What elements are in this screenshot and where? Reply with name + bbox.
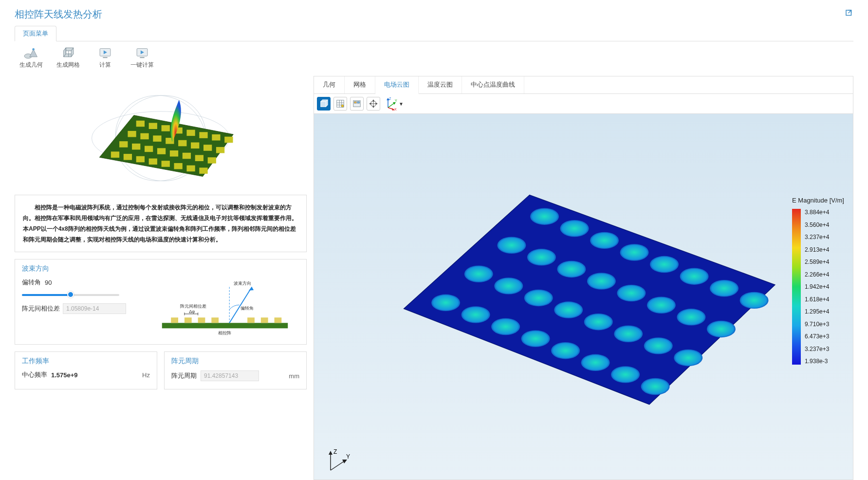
snapshot-button[interactable] <box>350 97 364 111</box>
svg-point-122 <box>677 309 705 325</box>
deflection-angle-value: 90 <box>45 279 52 286</box>
tab-mesh[interactable]: 网格 <box>345 76 375 93</box>
legend-tick: 6.473e+3 <box>805 333 829 340</box>
svg-text:波束方向: 波束方向 <box>234 281 251 286</box>
svg-rect-41 <box>191 143 199 149</box>
svg-text:偏转角: 偏转角 <box>240 306 254 311</box>
svg-rect-59 <box>275 317 282 323</box>
svg-point-126 <box>590 232 619 249</box>
working-frequency-panel: 工作频率 中心频率 1.575e+9 Hz <box>15 351 157 389</box>
tab-geometry[interactable]: 几何 <box>314 76 345 93</box>
panel-title: 波束方向 <box>22 264 299 273</box>
svg-point-103 <box>521 330 550 347</box>
menu-tab[interactable]: 页面菜单 <box>15 26 56 41</box>
compute-button[interactable]: 计算 <box>92 46 119 69</box>
svg-marker-88 <box>369 103 371 105</box>
svg-text:Δφ: Δφ <box>189 309 195 314</box>
legend-tick: 1.938e-3 <box>805 358 829 365</box>
center-freq-value: 1.575e+9 <box>51 371 78 379</box>
svg-point-113 <box>614 326 643 342</box>
svg-line-134 <box>331 461 345 470</box>
svg-marker-2 <box>30 49 37 57</box>
tab-temperature[interactable]: 温度云图 <box>419 76 462 93</box>
pan-button[interactable] <box>367 97 380 111</box>
deflection-angle-slider[interactable] <box>22 292 119 298</box>
svg-point-120 <box>617 285 646 301</box>
svg-point-100 <box>431 295 460 311</box>
svg-point-116 <box>497 237 526 254</box>
legend-tick: 1.942e+4 <box>805 283 829 290</box>
svg-rect-31 <box>157 148 166 154</box>
svg-point-3 <box>32 48 35 51</box>
axis-corner-triad: Z Y <box>324 449 353 476</box>
svg-rect-40 <box>178 140 186 147</box>
svg-rect-38 <box>153 135 161 142</box>
svg-rect-48 <box>186 130 195 136</box>
svg-rect-56 <box>211 317 219 323</box>
svg-rect-44 <box>136 121 145 127</box>
tool-label: 一键计算 <box>130 61 154 69</box>
svg-rect-26 <box>186 166 195 172</box>
viewport-3d[interactable]: E Magnitude [V/m] 3.884e+43.560e+43.237e… <box>314 114 853 480</box>
legend-tick: 9.710e+3 <box>805 321 829 328</box>
svg-rect-22 <box>136 156 145 163</box>
svg-text:相控阵: 相控阵 <box>218 331 231 335</box>
svg-rect-25 <box>174 163 183 169</box>
svg-rect-33 <box>183 153 191 159</box>
tab-center-temp-curve[interactable]: 中心点温度曲线 <box>462 76 524 93</box>
svg-text:X: X <box>394 108 397 111</box>
legend-title: E Magnitude [V/m] <box>792 197 844 204</box>
svg-point-105 <box>581 354 610 371</box>
legend-tick: 3.237e+4 <box>805 234 829 240</box>
element-period-label: 阵元周期 <box>171 371 197 380</box>
svg-point-117 <box>527 249 556 265</box>
generate-mesh-button[interactable]: 生成网格 <box>55 46 82 69</box>
svg-point-106 <box>611 366 640 383</box>
phase-diff-label: 阵元间相位差 <box>22 304 60 313</box>
tab-efield[interactable]: 电场云图 <box>375 76 419 94</box>
phase-diff-input <box>63 303 126 314</box>
svg-rect-23 <box>149 159 157 165</box>
svg-rect-81 <box>354 102 357 104</box>
view-reset-button[interactable] <box>317 97 331 111</box>
svg-point-130 <box>710 280 739 296</box>
svg-rect-52 <box>162 323 288 328</box>
svg-point-108 <box>464 266 493 282</box>
svg-point-114 <box>644 337 673 354</box>
grid-toggle-button[interactable] <box>333 97 347 111</box>
color-legend: E Magnitude [V/m] 3.884e+43.560e+43.237e… <box>792 197 844 365</box>
svg-point-121 <box>647 297 676 314</box>
svg-point-129 <box>680 268 709 284</box>
legend-tick: 3.560e+4 <box>805 222 829 228</box>
element-period-input <box>201 370 259 381</box>
svg-point-107 <box>641 378 670 395</box>
tool-label: 计算 <box>99 61 111 69</box>
legend-tick: 3.237e+3 <box>805 346 829 352</box>
onekey-compute-button[interactable]: 一键计算 <box>129 46 156 69</box>
svg-rect-82 <box>357 102 360 104</box>
svg-point-104 <box>551 342 580 359</box>
legend-ticks: 3.884e+43.560e+43.237e+42.913e+42.589e+4… <box>805 209 829 365</box>
svg-marker-99 <box>404 195 776 405</box>
description-text: 相控阵是一种电磁波阵列系统，通过控制每个发射或接收阵元的相位，可以调整和控制发射… <box>23 202 298 245</box>
chevron-down-icon[interactable]: ▼ <box>399 101 404 107</box>
legend-tick: 3.884e+4 <box>805 209 829 216</box>
panel-title: 阵元周期 <box>171 357 299 366</box>
axis-triad-selector[interactable]: Z Y X ▼ <box>383 97 404 111</box>
element-period-unit: mm <box>289 372 299 380</box>
svg-point-115 <box>674 350 702 366</box>
svg-point-127 <box>620 244 649 260</box>
svg-rect-27 <box>199 167 207 174</box>
svg-rect-24 <box>162 161 170 167</box>
tool-label: 生成几何 <box>19 61 43 69</box>
generate-geometry-button[interactable]: 生成几何 <box>18 46 45 69</box>
legend-tick: 1.618e+4 <box>805 296 829 303</box>
svg-rect-46 <box>162 125 170 131</box>
svg-point-128 <box>650 256 679 273</box>
open-external-icon[interactable] <box>845 9 853 20</box>
legend-tick: 1.295e+4 <box>805 308 829 315</box>
svg-marker-135 <box>342 460 347 463</box>
svg-rect-37 <box>140 133 148 140</box>
svg-rect-43 <box>216 147 224 153</box>
svg-point-101 <box>462 306 490 323</box>
